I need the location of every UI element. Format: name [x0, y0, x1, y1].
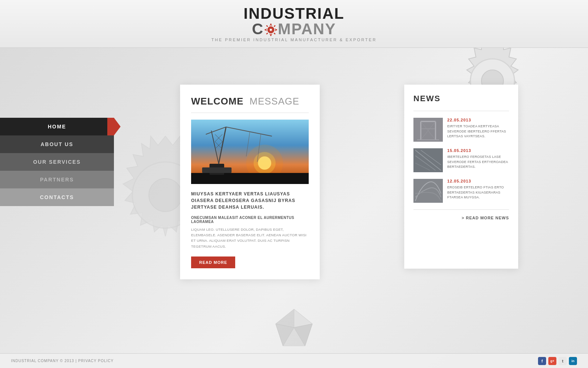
svg-rect-54	[413, 148, 443, 172]
svg-rect-6	[270, 34, 271, 36]
sidebar-item-home[interactable]: HOME	[0, 118, 114, 135]
social-links: f g+ t in	[538, 357, 577, 365]
news-thumb-3	[413, 179, 443, 203]
crystal-decoration	[261, 305, 327, 350]
news-text-3: EROSEIB ERTELERO FTIAS ERTO BERTAEDERTAS…	[447, 185, 509, 200]
news-date-2: 15.05.2013	[447, 148, 509, 153]
svg-rect-27	[191, 173, 309, 184]
news-item-2: 15.05.2013 IBERTELERO FEROSETAS LASE SEV…	[413, 148, 509, 172]
news-heading: NEWS	[413, 94, 509, 103]
read-more-button[interactable]: READ MORE	[191, 256, 235, 268]
sidebar-item-partners[interactable]: PARTNERS	[0, 171, 114, 188]
news-item-3: 12.05.2013 EROSEIB ERTELERO FTIAS ERTO B…	[413, 179, 509, 203]
news-divider	[413, 111, 509, 111]
welcome-light: MESSAGE	[250, 96, 300, 107]
svg-rect-29	[202, 167, 232, 173]
svg-rect-4	[275, 29, 277, 31]
news-content-2: 15.05.2013 IBERTELERO FEROSETAS LASE SEV…	[447, 148, 509, 170]
main-tagline: MIUYSAS KERTYAER VERTAS LIAUSYAS OIASERA…	[191, 191, 309, 210]
header: INDUSTRIAL C MPANY THE PREMIER INDUSTRIA…	[0, 0, 588, 48]
svg-rect-56	[413, 179, 443, 203]
svg-rect-8	[265, 29, 266, 31]
svg-point-11	[270, 29, 272, 31]
news-date-3: 12.05.2013	[447, 179, 509, 183]
svg-rect-9	[266, 25, 268, 27]
social-linkedin[interactable]: in	[569, 357, 577, 365]
logo-subtitle: THE PREMIER INDUSTRIAL MANUFACTURER & EX…	[211, 38, 377, 42]
news-footer: READ MORE NEWS	[413, 209, 509, 221]
news-thumb-2	[413, 148, 443, 172]
home-active-marker	[107, 118, 114, 135]
footer: INDUSTRIAL COMPANY © 2013 | PRIVACY POLI…	[0, 353, 588, 368]
svg-rect-7	[266, 33, 268, 35]
svg-rect-3	[273, 25, 276, 27]
news-date-1: 22.05.2013	[447, 118, 509, 122]
main-body: LIQUAM LEO. UTELLUSERE DOLOR, DAPIBUS EG…	[191, 227, 309, 249]
news-content-1: 22.05.2013 EIRTYER TOADEA KERTYEASA SEVE…	[447, 118, 509, 139]
welcome-bold: WELCOME	[191, 96, 244, 107]
welcome-divider	[191, 113, 309, 113]
footer-copyright: INDUSTRIAL COMPANY © 2013 | PRIVACY POLI…	[11, 359, 114, 363]
news-panel: NEWS 22.05.2013 EIRTYER TOADEA KERTYEASA…	[404, 85, 518, 269]
logo: INDUSTRIAL C MPANY THE PREMIER INDUSTRIA…	[211, 6, 377, 42]
logo-title-industrial: INDUSTRIAL	[244, 6, 344, 21]
sidebar-item-about[interactable]: ABOUT US	[0, 135, 114, 153]
news-text-2: IBERTELERO FEROSETAS LASE SEVERODE FERTA…	[447, 155, 509, 170]
news-item-1: 22.05.2013 EIRTYER TOADEA KERTYEASA SEVE…	[413, 118, 509, 142]
main-subtitle: ONECUMSAN MALEASIT ACONER EL AURERMENTUS…	[191, 216, 309, 224]
sidebar-item-contacts[interactable]: CONTACTS	[0, 188, 114, 206]
svg-rect-5	[273, 33, 276, 35]
sidebar-nav: HOME ABOUT US OUR SERVICES PARTNERS CONT…	[0, 118, 114, 206]
welcome-heading: WELCOME MESSAGE	[191, 96, 309, 107]
read-more-news-link[interactable]: READ MORE NEWS	[462, 216, 509, 220]
svg-rect-2	[270, 24, 271, 25]
news-content-3: 12.05.2013 EROSEIB ERTELERO FTIAS ERTO B…	[447, 179, 509, 200]
social-facebook[interactable]: f	[538, 357, 546, 365]
svg-point-17	[149, 178, 182, 212]
main-panel: WELCOME MESSAGE	[180, 85, 320, 279]
news-thumb-1	[413, 118, 443, 142]
social-twitter[interactable]: t	[559, 357, 567, 365]
hero-image	[191, 120, 309, 184]
social-googleplus[interactable]: g+	[548, 357, 556, 365]
sidebar-item-services[interactable]: OUR SERVICES	[0, 153, 114, 171]
logo-title-company: C MPANY	[252, 21, 336, 37]
news-text-1: EIRTYER TOADEA KERTYEASA SEVERODE IBERTE…	[447, 124, 509, 139]
svg-rect-48	[413, 118, 443, 142]
gear-icon	[264, 23, 277, 36]
